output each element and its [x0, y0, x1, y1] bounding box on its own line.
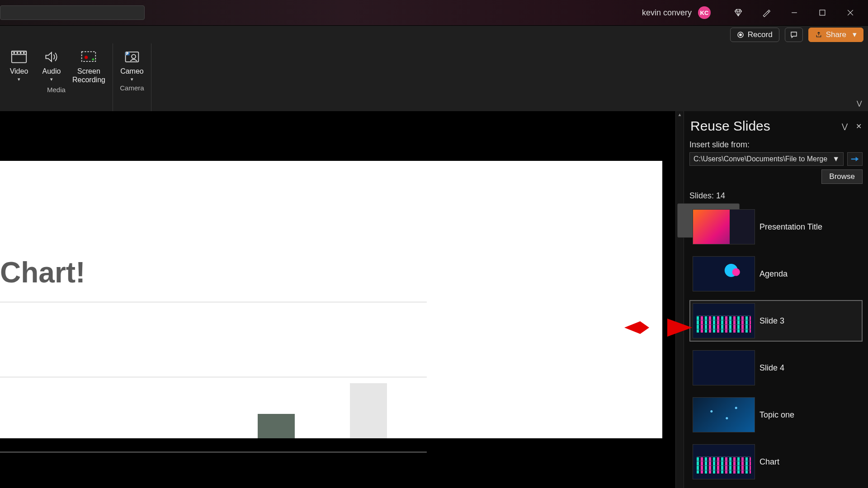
slide-thumbnail: [693, 256, 755, 291]
maximize-icon[interactable]: [810, 4, 835, 22]
video-icon: [10, 48, 28, 66]
chart-bar: [350, 383, 387, 438]
ribbon-group-media: Video ▾ Audio ▾ Screen Recording Media: [0, 43, 113, 111]
slide-title-label: Chart: [760, 457, 779, 467]
svg-rect-7: [20, 52, 22, 54]
record-label: Record: [748, 30, 773, 39]
slide-editor[interactable]: Chart!: [0, 111, 675, 488]
account-name[interactable]: kevin convery: [642, 8, 692, 18]
chevron-down-icon: ▾: [853, 30, 857, 39]
cameo-label: Cameo: [120, 67, 144, 75]
gridline: [0, 377, 427, 377]
slide-list: Presentation Title Agenda Slide 3 Slide …: [689, 206, 863, 488]
divider: [0, 302, 427, 302]
draw-icon[interactable]: [754, 4, 778, 22]
video-button[interactable]: Video ▾: [3, 46, 35, 84]
ribbon-group-camera: P Cameo ▾ Camera: [113, 43, 151, 111]
slide-title-label: Slide 3: [760, 316, 784, 326]
reuse-slide-item[interactable]: Slide 4: [689, 347, 863, 389]
diamond-icon[interactable]: [726, 4, 750, 22]
slide-thumbnail: [693, 397, 755, 432]
pane-title: Reuse Slides: [690, 118, 770, 134]
record-button[interactable]: Record: [730, 28, 779, 42]
quick-actions-bar: Record Share ▾: [0, 25, 868, 43]
slide-title-label: Agenda: [760, 269, 788, 279]
comments-button[interactable]: [785, 28, 803, 42]
svg-rect-6: [17, 52, 19, 54]
screen-recording-label: Screen Recording: [72, 67, 105, 84]
ribbon: Video ▾ Audio ▾ Screen Recording Media: [0, 43, 868, 111]
reuse-slides-pane: Reuse Slides ⋁ ✕ Insert slide from: C:\U…: [684, 111, 868, 488]
group-label-media: Media: [47, 84, 66, 96]
close-pane-icon[interactable]: ✕: [856, 122, 862, 131]
avatar[interactable]: KC: [698, 6, 711, 19]
pane-menu-icon[interactable]: ⋁: [842, 122, 848, 131]
svg-rect-5: [13, 52, 15, 54]
svg-point-10: [85, 56, 88, 59]
share-label: Share: [826, 30, 846, 39]
reuse-slide-item[interactable]: Chart: [689, 441, 863, 483]
chevron-down-icon: ▾: [18, 76, 20, 82]
chart-bar: [258, 414, 295, 438]
insert-from-label: Insert slide from:: [689, 140, 863, 150]
slides-count: Slides: 14: [689, 191, 863, 201]
slide-thumbnail: [693, 303, 755, 338]
vertical-scrollbar[interactable]: ▲: [675, 111, 684, 488]
group-label-camera: Camera: [120, 82, 144, 94]
search-input[interactable]: [0, 5, 145, 20]
share-button[interactable]: Share ▾: [808, 28, 863, 42]
browse-button[interactable]: Browse: [821, 169, 863, 184]
screen-recording-icon: [80, 48, 98, 66]
slide-title-label: Topic one: [760, 410, 794, 420]
audio-button[interactable]: Audio ▾: [35, 46, 68, 84]
reuse-slide-item[interactable]: Agenda: [689, 253, 863, 295]
source-path-dropdown[interactable]: C:\Users\Conve\Documents\File to Merge ▼: [689, 152, 844, 166]
svg-text:P: P: [126, 52, 128, 56]
slide-canvas[interactable]: Chart!: [0, 161, 662, 438]
reuse-slide-item[interactable]: Presentation Title: [689, 206, 863, 248]
reuse-slide-item[interactable]: Slide 3: [689, 300, 863, 342]
reuse-slide-item[interactable]: Topic one: [689, 394, 863, 436]
chevron-down-icon: ▾: [131, 76, 133, 82]
slide-title-label: Slide 4: [760, 363, 784, 373]
go-button[interactable]: [847, 152, 863, 166]
work-area: Chart! ▲ Reuse Slides ⋁ ✕ Insert slide f…: [0, 111, 868, 488]
slide-thumbnail: [693, 209, 755, 244]
cameo-icon: P: [123, 48, 141, 66]
chevron-down-icon: ▾: [50, 76, 53, 82]
svg-rect-8: [23, 52, 25, 54]
cameo-button[interactable]: P Cameo ▾: [116, 46, 148, 82]
slide-thumbnail: [693, 350, 755, 385]
svg-point-14: [132, 55, 136, 59]
slide-thumbnail: [693, 444, 755, 479]
minimize-icon[interactable]: [782, 4, 807, 22]
slide-title-label: Presentation Title: [760, 222, 822, 232]
svg-rect-0: [820, 10, 825, 15]
svg-point-2: [739, 33, 742, 36]
titlebar: kevin convery KC: [0, 0, 868, 25]
slide-title[interactable]: Chart!: [0, 256, 85, 289]
audio-label: Audio: [42, 67, 61, 75]
scroll-up-icon[interactable]: ▲: [676, 112, 684, 117]
gridline: [0, 452, 427, 452]
collapse-ribbon-icon[interactable]: ⋁: [857, 99, 862, 107]
close-icon[interactable]: [838, 4, 863, 22]
screen-recording-button[interactable]: Screen Recording: [68, 46, 110, 84]
chevron-down-icon: ▼: [832, 155, 840, 163]
audio-icon: [42, 48, 61, 66]
source-path-text: C:\Users\Conve\Documents\File to Merge: [693, 155, 827, 163]
video-label: Video: [10, 67, 28, 75]
